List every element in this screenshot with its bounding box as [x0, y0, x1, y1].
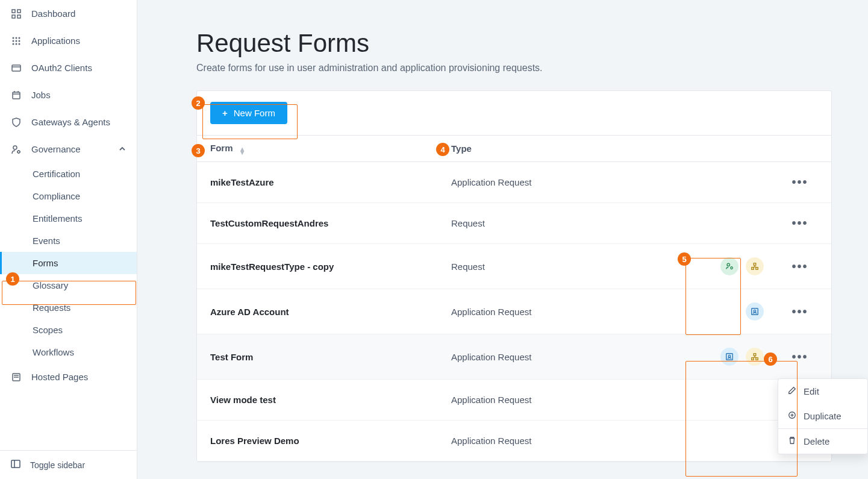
sidebar-item-certification[interactable]: Certification [0, 163, 137, 185]
svg-line-43 [755, 357, 757, 358]
user-gear-icon [11, 145, 22, 154]
table-row[interactable]: Azure AD AccountApplication Request••• [197, 289, 831, 334]
row-actions-menu: Edit Duplicate Delete [778, 378, 868, 454]
svg-rect-30 [756, 268, 758, 270]
sidebar-item-label: Dashboard [31, 8, 75, 19]
sidebar-item-governance[interactable]: Governance [0, 136, 137, 163]
svg-point-5 [16, 37, 17, 39]
menu-delete[interactable]: Delete [778, 429, 867, 454]
green-badge-icon[interactable] [720, 257, 738, 275]
svg-point-8 [16, 40, 17, 42]
blue-badge-icon[interactable] [746, 302, 764, 321]
row-actions-button[interactable]: ••• [782, 260, 818, 274]
col-form-label: Form [210, 143, 233, 153]
row-badges [680, 302, 782, 321]
sidebar-item-label: Governance [31, 144, 81, 154]
sidebar-item-gateways[interactable]: Gateways & Agents [0, 108, 137, 136]
sidebar-item-compliance[interactable]: Compliance [0, 185, 137, 207]
svg-rect-36 [726, 354, 733, 360]
form-name: mikeTestAzure [210, 177, 451, 187]
sidebar-item-jobs[interactable]: Jobs [0, 81, 137, 108]
blue-badge-icon[interactable] [720, 348, 738, 366]
col-form[interactable]: Form ▲▼ [210, 143, 451, 154]
yellow-badge-icon[interactable] [746, 348, 764, 366]
row-badges [680, 257, 782, 275]
row-actions-button[interactable]: ••• [782, 350, 818, 364]
svg-rect-38 [754, 354, 756, 356]
menu-edit[interactable]: Edit [778, 379, 867, 404]
grid-icon [11, 9, 22, 19]
window-icon [11, 63, 22, 73]
form-type: Application Request [451, 352, 680, 362]
page-subtitle: Create forms for use in user administrat… [196, 63, 832, 74]
sort-icon: ▲▼ [239, 147, 246, 154]
table-row[interactable]: Lores Preview DemoApplication Request••• [197, 421, 831, 462]
sidebar: Dashboard Applications OAuth2 Clients Jo… [0, 0, 137, 479]
sidebar-item-dashboard[interactable]: Dashboard [0, 0, 137, 27]
sidebar-item-forms[interactable]: Forms [0, 252, 137, 274]
sidebar-item-workflows[interactable]: Workflows [0, 341, 137, 363]
form-name: Lores Preview Demo [210, 436, 451, 446]
shield-icon [11, 117, 22, 127]
col-type[interactable]: Type [451, 143, 680, 154]
table-header: Form ▲▼ Type [197, 136, 831, 162]
toggle-sidebar-label: Toggle sidebar [30, 460, 85, 470]
sidebar-item-requests[interactable]: Requests [0, 296, 137, 319]
chevron-up-icon [119, 144, 126, 154]
callout-4: 4 [436, 143, 449, 156]
trash-icon [788, 436, 796, 446]
row-actions-button[interactable]: ••• [782, 216, 818, 230]
yellow-badge-icon[interactable] [746, 257, 764, 275]
svg-rect-3 [17, 15, 20, 18]
svg-point-20 [17, 151, 20, 153]
callout-2: 2 [192, 96, 205, 110]
menu-duplicate[interactable]: Duplicate [778, 404, 867, 428]
form-type: Request [451, 261, 680, 272]
svg-point-27 [731, 267, 733, 269]
page-title: Request Forms [196, 29, 832, 58]
svg-point-35 [754, 310, 756, 312]
table-row[interactable]: mikeTestRequestType - copyRequest••• [197, 244, 831, 289]
sidebar-item-hosted-pages[interactable]: Hosted Pages [0, 363, 137, 390]
svg-point-37 [728, 355, 731, 357]
callout-5: 5 [678, 252, 691, 266]
menu-delete-label: Delete [804, 436, 829, 446]
table-row[interactable]: mikeTestAzureApplication Request••• [197, 162, 831, 203]
sidebar-item-entitlements[interactable]: Entitlements [0, 207, 137, 230]
callout-1: 1 [6, 272, 19, 286]
svg-point-7 [13, 40, 14, 42]
toggle-sidebar[interactable]: Toggle sidebar [0, 450, 137, 479]
card-header: + New Form [197, 91, 831, 136]
sidebar-item-events[interactable]: Events [0, 230, 137, 252]
sidebar-item-applications[interactable]: Applications [0, 27, 137, 54]
svg-point-6 [19, 37, 20, 39]
svg-point-11 [16, 43, 17, 45]
new-form-button[interactable]: + New Form [210, 102, 287, 124]
callout-3: 3 [192, 144, 205, 157]
svg-point-4 [13, 37, 14, 39]
svg-point-9 [19, 40, 20, 42]
forms-card: + New Form Form ▲▼ Type mikeTestAzureApp… [196, 90, 832, 462]
svg-rect-34 [752, 308, 758, 315]
sidebar-item-scopes[interactable]: Scopes [0, 319, 137, 341]
col-type-label: Type [451, 143, 472, 154]
row-actions-button[interactable]: ••• [782, 175, 818, 189]
callout-6: 6 [764, 352, 777, 366]
calendar-icon [11, 90, 22, 100]
svg-rect-15 [13, 92, 20, 99]
form-name: TestCustomRequestAndres [210, 218, 451, 228]
sidebar-item-label: OAuth2 Clients [31, 63, 92, 73]
row-actions-button[interactable]: ••• [782, 305, 818, 319]
svg-rect-2 [12, 15, 15, 18]
form-name: View mode test [210, 395, 451, 405]
governance-submenu: Certification Compliance Entitlements Ev… [0, 163, 137, 363]
table-row[interactable]: TestCustomRequestAndresRequest••• [197, 203, 831, 244]
sidebar-item-glossary[interactable]: Glossary [0, 274, 137, 296]
svg-rect-28 [754, 263, 756, 266]
table-row[interactable]: Test FormApplication Request••• [197, 334, 831, 380]
svg-line-33 [755, 267, 757, 268]
sidebar-item-oauth2[interactable]: OAuth2 Clients [0, 54, 137, 81]
svg-rect-40 [756, 358, 758, 360]
svg-rect-39 [752, 358, 754, 360]
table-row[interactable]: View mode testApplication Request••• [197, 380, 831, 421]
